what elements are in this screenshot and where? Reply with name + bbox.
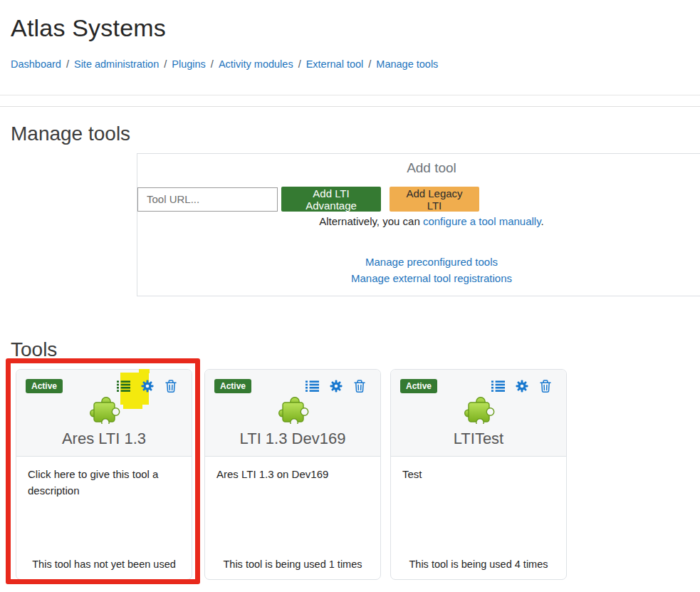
manage-links: Manage preconfigured tools Manage extern… — [137, 254, 700, 286]
tool-card-body: Test This tool is being used 4 times — [391, 457, 566, 579]
breadcrumb-link-activity-modules[interactable]: Activity modules — [219, 58, 293, 70]
course-list-icon[interactable] — [117, 380, 130, 393]
breadcrumb-separator: / — [206, 58, 219, 70]
gear-icon[interactable] — [515, 380, 528, 393]
site-title: Atlas Systems — [11, 14, 166, 42]
tool-title: LTITest — [391, 430, 566, 448]
manage-external-tool-registrations-link[interactable]: Manage external tool registrations — [137, 270, 700, 286]
tool-card-ares-lti: Active Ares LTI 1.3 Click — [16, 369, 192, 580]
tool-usage-text: This tool is being used 1 times — [205, 559, 380, 570]
divider — [0, 95, 700, 95]
add-legacy-lti-button[interactable]: Add Legacy LTI — [390, 187, 479, 212]
page-title: Manage tools — [11, 123, 130, 145]
breadcrumb-separator: / — [159, 58, 172, 70]
course-list-icon[interactable] — [491, 380, 505, 393]
add-lti-advantage-button[interactable]: Add LTI Advantage — [281, 187, 381, 212]
page: Atlas Systems Dashboard/Site administrat… — [0, 0, 700, 592]
add-tool-panel: Add tool Add LTI Advantage Add Legacy LT… — [137, 153, 700, 296]
breadcrumb-link-site-administration[interactable]: Site administration — [74, 58, 159, 70]
add-tool-form: Add LTI Advantage Add Legacy LTI — [137, 187, 479, 212]
tool-usage-text: This tool has not yet been used — [16, 559, 192, 570]
lti-puzzle-icon — [205, 394, 380, 424]
tool-card-header: Active Ares LTI 1.3 — [16, 370, 192, 457]
breadcrumb-separator: / — [61, 58, 74, 70]
tool-title: LTI 1.3 Dev169 — [205, 430, 380, 448]
alternative-text-prefix: Alternatively, you can — [319, 215, 423, 227]
trash-icon[interactable] — [352, 380, 366, 393]
tool-description[interactable]: Click here to give this tool a descripti… — [16, 457, 192, 499]
lti-puzzle-icon — [391, 394, 566, 424]
tool-usage-text: This tool is being used 4 times — [391, 559, 566, 570]
status-badge: Active — [400, 379, 437, 393]
tool-card-lti-dev169: Active LTI 1.3 Dev169 Are — [204, 369, 381, 580]
breadcrumb-link-dashboard[interactable]: Dashboard — [11, 58, 61, 70]
course-list-icon[interactable] — [305, 380, 319, 393]
gear-icon[interactable] — [329, 380, 343, 393]
trash-icon[interactable] — [164, 380, 177, 393]
breadcrumb-separator: / — [293, 58, 306, 70]
tools-section-heading: Tools — [11, 338, 57, 361]
tool-description[interactable]: Test — [391, 457, 566, 483]
tool-title: Ares LTI 1.3 — [16, 430, 192, 448]
breadcrumb-link-plugins[interactable]: Plugins — [172, 58, 206, 70]
breadcrumb-link-manage-tools[interactable]: Manage tools — [376, 58, 438, 70]
tool-url-input[interactable] — [137, 187, 278, 212]
manage-preconfigured-tools-link[interactable]: Manage preconfigured tools — [137, 254, 700, 270]
tool-description[interactable]: Ares LTI 1.3 on Dev169 — [205, 457, 380, 483]
status-badge: Active — [214, 379, 251, 393]
lti-puzzle-icon — [16, 394, 192, 424]
alternative-text-suffix: . — [541, 215, 544, 227]
divider — [0, 106, 700, 107]
tool-card-body: Ares LTI 1.3 on Dev169 This tool is bein… — [205, 457, 380, 579]
trash-icon[interactable] — [538, 380, 552, 393]
tool-card-header: Active LTITest — [391, 370, 566, 457]
status-badge: Active — [26, 379, 63, 393]
breadcrumb-separator: / — [363, 58, 376, 70]
tool-card-ltitest: Active LTITest Test — [390, 369, 567, 580]
gear-icon[interactable] — [140, 380, 154, 393]
add-tool-heading: Add tool — [137, 160, 700, 176]
tool-card-body: Click here to give this tool a descripti… — [16, 457, 192, 579]
alternative-text: Alternatively, you can configure a tool … — [137, 215, 700, 227]
configure-tool-manually-link[interactable]: configure a tool manually — [423, 215, 541, 227]
tool-card-header: Active LTI 1.3 Dev169 — [205, 370, 380, 457]
breadcrumb: Dashboard/Site administration/Plugins/Ac… — [11, 58, 438, 70]
breadcrumb-link-external-tool[interactable]: External tool — [306, 58, 364, 70]
